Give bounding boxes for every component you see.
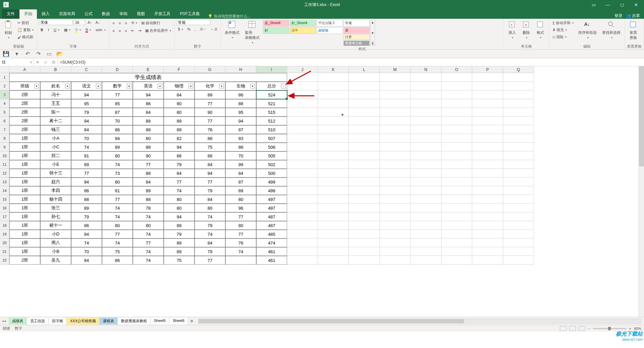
empty-cell[interactable] [287,117,318,125]
data-cell[interactable]: 94 [71,90,102,99]
data-cell[interactable]: 512 [256,117,287,125]
column-header[interactable]: K [318,66,349,73]
empty-cell[interactable] [380,178,411,186]
empty-cell[interactable] [318,195,349,204]
empty-cell[interactable] [318,151,349,160]
empty-cell[interactable] [472,169,503,178]
sheet-tab[interactable]: 田字格 [49,318,67,325]
empty-cell[interactable] [472,256,503,265]
row-header[interactable]: 20 [0,238,9,247]
row-header[interactable]: 21 [0,247,9,256]
empty-cell[interactable] [472,195,503,204]
data-cell[interactable]: 74 [102,238,133,247]
formula-input[interactable]: =SUM(C3:H3) [58,58,644,66]
data-cell[interactable]: 76 [195,125,225,134]
data-cell[interactable]: 77 [102,195,133,204]
empty-cell[interactable] [411,186,441,195]
column-header[interactable]: B [40,66,71,73]
empty-cell[interactable] [287,169,318,178]
empty-cell[interactable] [349,82,380,90]
data-cell[interactable]: 1班 [9,221,40,230]
empty-cell[interactable] [287,256,318,265]
empty-cell[interactable] [503,212,534,221]
empty-cell[interactable] [472,125,503,134]
undo-button[interactable]: ↶ [24,51,31,57]
data-cell[interactable]: 79 [195,186,225,195]
tab-pagelayout[interactable]: 页面布局 [54,9,80,19]
empty-cell[interactable] [318,160,349,169]
table-header-cell[interactable]: 班级▾ [9,82,40,90]
table-header-cell[interactable]: 数学▾ [102,82,133,90]
filter-button[interactable]: ↓ [281,84,286,88]
enter-formula-button[interactable]: ✓ [42,60,50,65]
data-cell[interactable]: 1班 [9,212,40,221]
data-cell[interactable]: 88 [195,151,225,160]
data-cell[interactable]: 461 [256,256,287,265]
row-header[interactable]: 1 [0,73,9,82]
data-cell[interactable]: 王五 [40,99,71,108]
empty-cell[interactable] [411,82,441,90]
data-cell[interactable]: 小A [40,134,71,143]
empty-cell[interactable] [380,230,411,238]
data-cell[interactable]: 499 [256,178,287,186]
qat-dropdown[interactable]: ▾ [13,51,20,57]
tab-data[interactable]: 数据 [97,9,115,19]
data-cell[interactable]: 474 [256,238,287,247]
data-cell[interactable]: 89 [164,117,195,125]
data-cell[interactable]: 陈一 [40,108,71,117]
data-cell[interactable]: 74 [102,160,133,169]
data-cell[interactable]: 86 [164,151,195,160]
data-cell[interactable]: 1班 [9,186,40,195]
underline-button[interactable]: U▾ [52,26,61,33]
empty-cell[interactable] [287,247,318,256]
empty-cell[interactable] [472,186,503,195]
zoom-out-button[interactable]: − [588,327,590,331]
data-cell[interactable]: 75 [102,247,133,256]
data-cell[interactable]: 502 [256,160,287,169]
column-header[interactable]: G [195,66,225,73]
empty-cell[interactable] [503,73,534,82]
empty-cell[interactable] [441,134,472,143]
wrap-text-button[interactable]: ▤ 自动换行 [140,20,162,26]
data-cell[interactable]: 70 [225,151,256,160]
name-box[interactable]: I3▾ [0,58,34,66]
format-painter-button[interactable]: 🖌格式刷 [16,34,35,40]
data-cell[interactable]: 87 [225,178,256,186]
empty-cell[interactable] [380,99,411,108]
tab-formulas[interactable]: 公式 [80,9,97,19]
sheet-tab[interactable]: Sheet6 [169,318,188,325]
empty-cell[interactable] [411,117,441,125]
font-size-combo[interactable] [74,20,85,25]
filter-button[interactable]: ▾ [189,84,193,88]
data-cell[interactable]: 90 [133,151,164,160]
data-cell[interactable]: 524 [256,90,287,99]
data-cell[interactable]: 蒋十二 [40,117,71,125]
vertical-scrollbar[interactable] [639,66,644,317]
style-cell[interactable]: 超链接 [317,27,343,34]
login-link[interactable]: 登录 [614,13,623,19]
data-cell[interactable]: 84 [133,108,164,117]
data-cell[interactable]: 84 [71,256,102,265]
empty-cell[interactable] [318,212,349,221]
empty-cell[interactable] [380,73,411,82]
align-left-button[interactable]: ≡ [111,28,116,33]
data-cell[interactable]: 88 [225,99,256,108]
empty-cell[interactable] [287,143,318,151]
conditional-format-button[interactable]: 条件格式▾ [223,20,241,40]
data-cell[interactable]: 461 [256,247,287,256]
share-button[interactable]: 👥 共享 [626,13,640,19]
sheet-tab[interactable]: 员工信息 [27,318,49,325]
empty-cell[interactable] [503,108,534,117]
empty-cell[interactable] [441,221,472,230]
align-center-button[interactable]: ≡ [117,28,122,33]
percent-button[interactable]: % [186,26,192,32]
data-cell[interactable]: 80 [133,134,164,143]
data-cell[interactable]: 89 [164,247,195,256]
empty-cell[interactable] [380,195,411,204]
column-header[interactable]: Q [503,66,534,73]
empty-cell[interactable] [349,134,380,143]
empty-cell[interactable] [318,90,349,99]
empty-cell[interactable] [503,186,534,195]
tab-developer[interactable]: 开发工具 [150,9,175,19]
data-cell[interactable]: 87 [225,125,256,134]
